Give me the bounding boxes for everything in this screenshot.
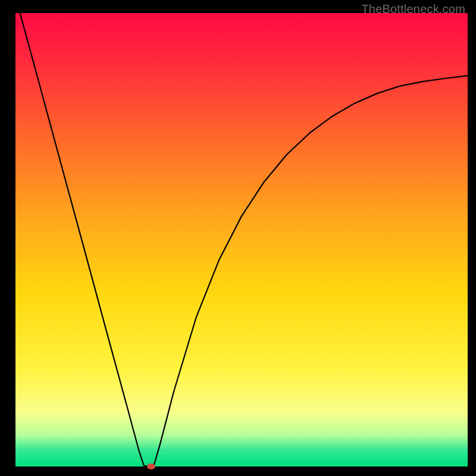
watermark-label: TheBottleneck.com — [361, 2, 465, 16]
bottleneck-chart-canvas — [0, 0, 476, 476]
